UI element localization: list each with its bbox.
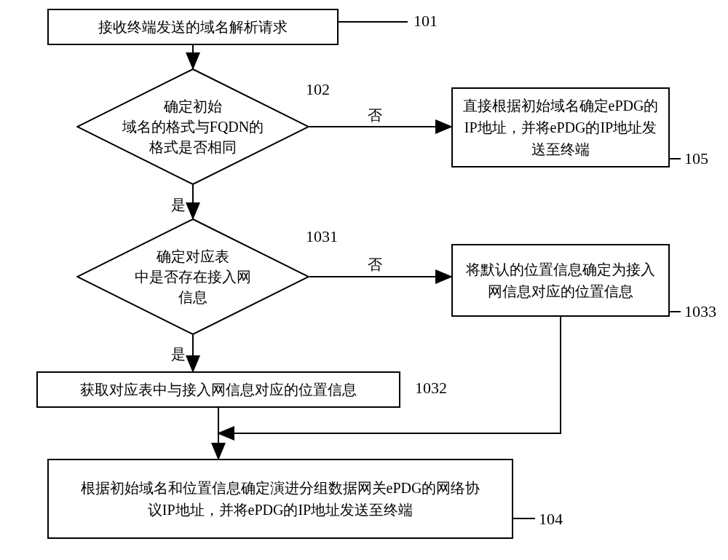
decision-102: 确定初始 域名的格式与FQDN的 格式是否相同 — [76, 68, 309, 185]
decision-1031-text: 确定对应表 中是否存在接入网 信息 — [135, 246, 251, 307]
label-1032: 1032 — [415, 379, 447, 398]
edge-102-yes: 是 — [171, 195, 186, 215]
decision-1031: 确定对应表 中是否存在接入网 信息 — [76, 218, 309, 335]
step-1033-text: 将默认的位置信息确定为接入网信息对应的位置信息 — [460, 259, 661, 302]
label-1031: 1031 — [306, 227, 338, 246]
label-101: 101 — [414, 12, 438, 31]
step-105-text: 直接根据初始域名确定ePDG的IP地址，并将ePDG的IP地址发送至终端 — [460, 95, 661, 160]
step-104-text: 根据初始域名和位置信息确定演进分组数据网关ePDG的网络协议IP地址，并将ePD… — [56, 477, 505, 521]
decision-102-text: 确定初始 域名的格式与FQDN的 格式是否相同 — [122, 96, 264, 157]
label-1033: 1033 — [684, 302, 716, 321]
step-101: 接收终端发送的域名解析请求 — [47, 9, 339, 45]
label-102: 102 — [306, 80, 330, 99]
label-105: 105 — [684, 149, 708, 168]
step-1032: 获取对应表中与接入网信息对应的位置信息 — [36, 371, 400, 408]
step-1032-text: 获取对应表中与接入网信息对应的位置信息 — [80, 379, 357, 401]
step-105: 直接根据初始域名确定ePDG的IP地址，并将ePDG的IP地址发送至终端 — [451, 87, 670, 167]
step-104: 根据初始域名和位置信息确定演进分组数据网关ePDG的网络协议IP地址，并将ePD… — [47, 459, 513, 539]
edge-1031-no: 否 — [368, 255, 382, 275]
label-104: 104 — [539, 510, 563, 529]
step-101-text: 接收终端发送的域名解析请求 — [98, 16, 288, 38]
step-1033: 将默认的位置信息确定为接入网信息对应的位置信息 — [451, 244, 670, 317]
edge-1031-yes: 是 — [171, 344, 186, 364]
edge-102-no: 否 — [368, 106, 382, 125]
